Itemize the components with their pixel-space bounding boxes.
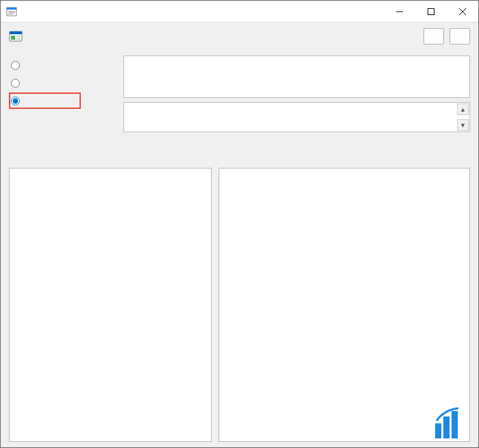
svg-rect-1 <box>7 8 16 10</box>
config-row: ▲ ▼ <box>9 55 470 154</box>
radio-enabled-input[interactable] <box>11 79 20 88</box>
field-labels <box>81 55 123 154</box>
policy-file-icon <box>6 6 17 17</box>
watermark <box>431 407 472 443</box>
radio-disabled[interactable] <box>9 92 81 109</box>
next-setting-button[interactable] <box>450 28 470 45</box>
help-panel <box>219 168 470 442</box>
panels <box>9 168 470 442</box>
close-button[interactable] <box>447 1 478 23</box>
svg-rect-4 <box>8 14 13 14</box>
content-area: ▲ ▼ <box>1 23 478 447</box>
field-inputs: ▲ ▼ <box>123 55 470 154</box>
radio-disabled-input[interactable] <box>11 97 20 105</box>
svg-rect-2 <box>8 11 15 12</box>
svg-rect-12 <box>16 36 21 37</box>
svg-rect-3 <box>8 12 15 13</box>
supported-platform-box: ▲ ▼ <box>123 102 470 132</box>
radio-not-configured[interactable] <box>9 57 81 73</box>
svg-rect-10 <box>10 32 22 34</box>
previous-setting-button[interactable] <box>423 28 444 45</box>
radio-not-configured-input[interactable] <box>11 61 20 70</box>
svg-rect-14 <box>435 423 441 438</box>
platform-label <box>81 106 123 154</box>
window-controls <box>384 1 478 22</box>
comment-label <box>81 58 123 106</box>
options-panel <box>9 168 212 442</box>
comment-textarea[interactable] <box>123 55 470 98</box>
policy-icon <box>9 29 23 43</box>
state-radios <box>9 55 81 154</box>
minimize-button[interactable] <box>384 1 415 23</box>
policy-editor-window: ▲ ▼ <box>0 0 479 448</box>
watermark-logo-icon <box>431 407 467 443</box>
header-row <box>9 28 470 45</box>
platform-scroll-up[interactable]: ▲ <box>457 103 469 115</box>
svg-rect-11 <box>11 36 15 40</box>
maximize-button[interactable] <box>415 1 447 23</box>
svg-rect-13 <box>16 38 21 40</box>
radio-enabled[interactable] <box>9 75 81 91</box>
platform-scroll-down[interactable]: ▼ <box>457 119 469 131</box>
svg-rect-6 <box>428 9 434 15</box>
svg-rect-16 <box>452 411 458 438</box>
svg-rect-15 <box>443 416 450 438</box>
titlebar <box>1 1 478 23</box>
